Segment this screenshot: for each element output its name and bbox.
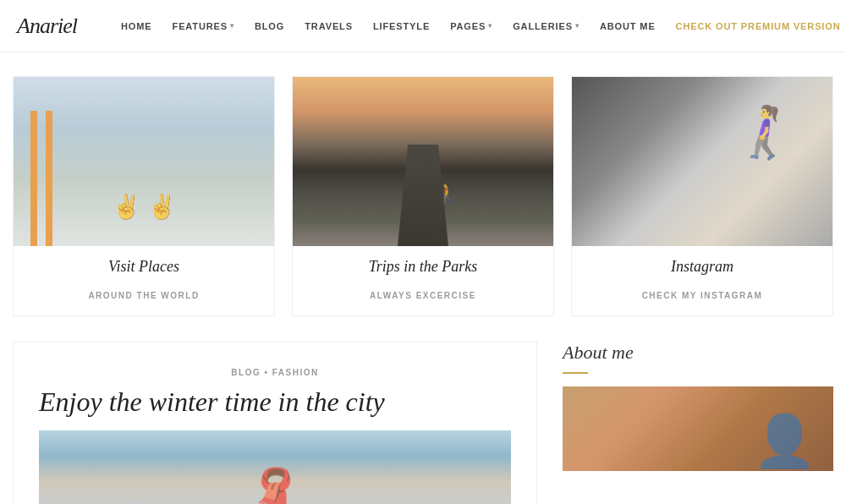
card-subtitle-2: ALWAYS EXCERCISE [293, 282, 553, 315]
nav-item-features[interactable]: FEATURES ▾ [162, 21, 244, 31]
nav-item-blog[interactable]: BLOG [244, 21, 294, 31]
cards-section: Visit Places AROUND THE WORLD Trips in t… [13, 76, 833, 316]
card-img-instagram [572, 77, 832, 246]
about-title: About me [563, 342, 833, 364]
about-divider [563, 372, 588, 374]
nav-item-home[interactable]: HOME [111, 21, 162, 31]
blog-card[interactable]: BLOG • FASHION Enjoy the winter time in … [13, 342, 537, 504]
about-image [563, 386, 833, 471]
card-title-1: Visit Places [29, 258, 259, 276]
nav-item-about[interactable]: ABOUT ME [590, 21, 666, 31]
card-title-box-3: Instagram [572, 246, 832, 282]
bottom-section: BLOG • FASHION Enjoy the winter time in … [13, 342, 833, 504]
card-img-road [293, 77, 553, 246]
chevron-down-icon: ▾ [488, 22, 492, 30]
card-instagram[interactable]: Instagram CHECK MY INSTAGRAM [571, 76, 833, 316]
card-image-visit-places [14, 77, 274, 246]
card-subtitle-3: CHECK MY INSTAGRAM [572, 282, 832, 315]
nav-item-lifestyle[interactable]: LIFESTYLE [363, 21, 440, 31]
card-title-box-2: Trips in the Parks [293, 246, 553, 282]
card-img-bridge [14, 77, 274, 246]
card-subtitle-1: AROUND THE WORLD [14, 282, 274, 315]
blog-category: BLOG • FASHION [39, 368, 511, 377]
card-title-2: Trips in the Parks [308, 258, 538, 276]
nav-item-galleries[interactable]: GALLERIES ▾ [503, 21, 590, 31]
blog-image [39, 430, 511, 504]
card-image-trips [293, 77, 553, 246]
card-visit-places[interactable]: Visit Places AROUND THE WORLD [13, 76, 275, 316]
card-title-3: Instagram [587, 258, 817, 276]
premium-link[interactable]: CHECK OUT PREMIUM VERSION [666, 21, 846, 31]
chevron-down-icon: ▾ [575, 22, 580, 30]
about-sidebar: About me [563, 342, 833, 504]
nav-item-pages[interactable]: PAGES ▾ [440, 21, 503, 31]
card-image-instagram [572, 77, 832, 246]
card-title-box-1: Visit Places [14, 246, 274, 282]
chevron-down-icon: ▾ [230, 22, 234, 30]
main-nav: HOME FEATURES ▾ BLOG TRAVELS LIFESTYLE P… [111, 21, 846, 31]
nav-item-travels[interactable]: TRAVELS [294, 21, 363, 31]
card-trips-parks[interactable]: Trips in the Parks ALWAYS EXCERCISE [292, 76, 554, 316]
site-logo[interactable]: Anariel [17, 14, 77, 39]
blog-title: Enjoy the winter time in the city [39, 386, 511, 418]
